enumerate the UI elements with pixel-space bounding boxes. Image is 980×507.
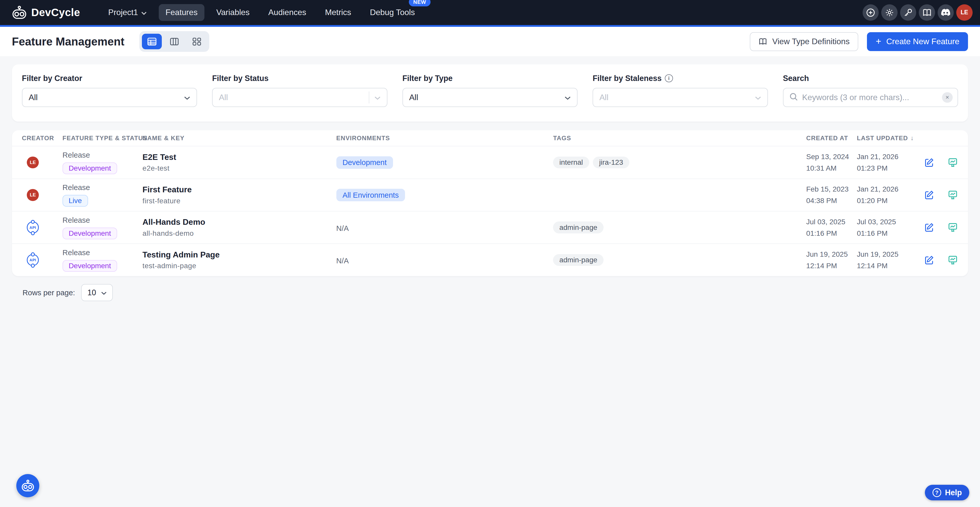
created-at: Jun 19, 202512:14 PM [806,249,857,271]
monitor-graph-icon [948,190,958,200]
table-row[interactable]: LE Release Live First Feature first-feat… [12,179,968,211]
edit-feature-button[interactable] [924,255,934,265]
api-avatar: API [27,254,39,266]
book-icon [759,38,767,45]
col-environments: ENVIRONMENTS [336,135,553,142]
filter-status-label: Filter by Status [212,74,387,83]
environment-badge: All Environments [336,189,405,201]
tag: admin-page [553,222,604,233]
edit-feature-button[interactable] [924,190,934,200]
table-row[interactable]: API Release Development Testing Admin Pa… [12,243,968,276]
feature-type: Release [62,151,142,159]
gear-icon [885,8,894,18]
metrics-monitor-button[interactable] [948,158,958,167]
row-actions [924,255,959,265]
monitor-graph-icon [948,223,958,232]
search-input[interactable] [802,93,938,102]
metrics-monitor-button[interactable] [948,255,958,265]
add-button[interactable] [862,4,879,21]
tags-cell: admin-page [553,222,806,233]
plus-icon: + [876,37,881,46]
table-row[interactable]: LE Release Development E2E Test e2e-test… [12,146,968,178]
create-new-feature-button[interactable]: + Create New Feature [867,32,968,51]
user-avatar[interactable]: LE [956,4,973,21]
search-box: × [783,88,958,107]
features-table: CREATOR FEATURE TYPE & STATUS NAME & KEY… [12,130,968,276]
environment-na: N/A [336,257,349,265]
edit-pencil-icon [924,255,934,265]
rows-per-page-label: Rows per page: [22,289,75,297]
col-last-updated[interactable]: LAST UPDATED ↓ [857,135,924,142]
discord-button[interactable] [938,4,954,21]
docs-button[interactable] [919,4,935,21]
devcycle-app: DevCycle Project1 Features Variables Aud… [0,0,980,507]
top-nav: DevCycle Project1 Features Variables Aud… [0,0,980,25]
filter-type-select[interactable]: All [402,88,578,107]
chevron-down-icon [101,288,107,297]
filter-staleness-select[interactable]: All [593,88,768,107]
view-toggle-group [139,31,209,52]
robot-icon [21,480,35,492]
feature-type: Release [62,248,142,257]
filter-staleness: Filter by Staleness i All [593,74,768,107]
col-type-status: FEATURE TYPE & STATUS [62,135,142,142]
filter-type-label: Filter by Type [402,74,578,83]
nav-tab-variables[interactable]: Variables [210,4,256,21]
filter-status: Filter by Status All [212,74,387,107]
feature-type: Release [62,183,142,192]
question-mark-icon: ? [932,488,941,497]
edit-feature-button[interactable] [924,223,934,232]
nav-tab-metrics[interactable]: Metrics [318,4,358,21]
tag: internal [553,156,589,169]
filter-creator-select[interactable]: All [22,88,197,107]
grid-view-button[interactable] [187,34,207,49]
table-view-button[interactable] [142,34,162,49]
accent-divider [0,25,980,27]
header-actions: View Type Definitions + Create New Featu… [750,32,968,51]
pagination: Rows per page: 10 [12,284,968,301]
metrics-monitor-button[interactable] [948,223,958,232]
metrics-monitor-button[interactable] [948,190,958,200]
status-badge: Live [62,195,88,207]
help-button[interactable]: ? Help [925,485,969,501]
created-at: Jul 03, 202501:16 PM [806,216,857,239]
tags-cell: admin-page [553,254,806,266]
filter-staleness-label: Filter by Staleness i [593,74,768,83]
feature-name: E2E Test [142,153,336,162]
project-selector[interactable]: Project1 [101,4,154,21]
clear-search-button[interactable]: × [942,92,953,103]
monitor-graph-icon [948,158,958,167]
feature-key: e2e-test [142,164,336,172]
table-row[interactable]: API Release Development All-Hands Demo a… [12,211,968,243]
assistant-bot-button[interactable] [16,474,40,497]
nav-tab-features[interactable]: Features [159,4,204,21]
filter-status-select[interactable]: All [212,88,387,107]
api-keys-button[interactable] [900,4,916,21]
rows-per-page-select[interactable]: 10 [81,284,113,301]
brand-logo[interactable]: DevCycle [11,6,80,19]
info-icon[interactable]: i [665,74,673,83]
chevron-down-icon [184,93,190,102]
key-icon [904,8,913,18]
edit-feature-button[interactable] [924,158,934,167]
feature-name: First Feature [142,185,336,195]
feature-key: test-admin-page [142,262,336,270]
last-updated: Jan 21, 202601:20 PM [857,183,924,206]
book-icon [922,8,932,18]
feature-name: All-Hands Demo [142,217,336,227]
col-creator: CREATOR [22,135,62,142]
feature-key: first-feature [142,197,336,205]
plus-circle-icon [866,8,875,18]
row-actions [924,158,959,167]
last-updated: Jan 21, 202601:23 PM [857,151,924,174]
columns-view-button[interactable] [164,34,184,49]
filter-bar: Filter by Creator All Filter by Status A… [12,64,968,121]
nav-tab-debug-tools[interactable]: Debug Tools NEW [363,4,422,21]
view-type-definitions-button[interactable]: View Type Definitions [750,32,858,51]
brand-name: DevCycle [31,6,80,19]
row-actions [924,223,959,232]
col-created-at: CREATED AT [806,135,857,142]
nav-tab-audiences[interactable]: Audiences [261,4,313,21]
tag: jira-123 [593,156,629,169]
settings-button[interactable] [881,4,897,21]
